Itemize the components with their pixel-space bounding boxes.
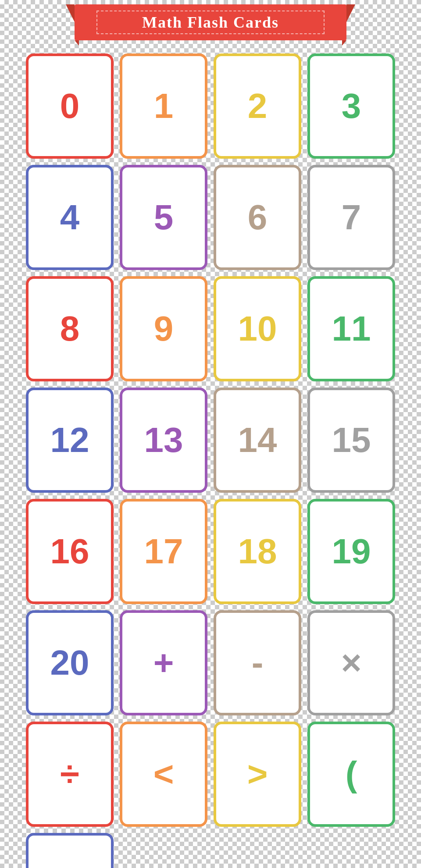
card-two[interactable]: 2 [214, 53, 301, 159]
card-nine[interactable]: 9 [120, 276, 207, 381]
card-symbol-seven: 7 [342, 200, 361, 235]
card-less-than[interactable]: < [120, 722, 207, 827]
card-symbol-three: 3 [342, 89, 361, 124]
card-symbol-thirteen: 13 [144, 423, 183, 458]
card-symbol-divide: ÷ [60, 757, 79, 792]
card-symbol-eleven: 11 [332, 311, 371, 346]
card-symbol-open-paren: ( [346, 757, 357, 792]
card-symbol-less-than: < [153, 757, 174, 792]
card-three[interactable]: 3 [307, 53, 395, 159]
card-plus[interactable]: + [120, 610, 207, 715]
card-sixteen[interactable]: 16 [26, 499, 114, 604]
card-five[interactable]: 5 [120, 165, 207, 270]
card-symbol-twenty: 20 [50, 645, 89, 680]
card-symbol-minus: - [252, 645, 264, 680]
card-symbol-sixteen: 16 [50, 534, 89, 569]
card-divide[interactable]: ÷ [26, 722, 114, 827]
card-symbol-one: 1 [154, 89, 174, 124]
card-ten[interactable]: 10 [214, 276, 301, 381]
card-symbol-nineteen: 19 [332, 534, 371, 569]
card-symbol-six: 6 [248, 200, 268, 235]
card-symbol-plus: + [153, 645, 174, 680]
card-thirteen[interactable]: 13 [120, 388, 207, 493]
card-twelve[interactable]: 12 [26, 388, 114, 493]
card-symbol-multiply: × [341, 645, 362, 680]
card-close-paren[interactable]: ) [26, 833, 114, 868]
card-eight[interactable]: 8 [26, 276, 114, 381]
card-symbol-fourteen: 14 [238, 423, 277, 458]
card-seven[interactable]: 7 [307, 165, 395, 270]
card-symbol-greater-than: > [247, 757, 268, 792]
cards-grid: 01234567891011121314151617181920+-×÷<>() [17, 49, 404, 868]
card-greater-than[interactable]: > [214, 722, 301, 827]
card-symbol-zero: 0 [60, 89, 80, 124]
card-one[interactable]: 1 [120, 53, 207, 159]
card-twenty[interactable]: 20 [26, 610, 114, 715]
card-multiply[interactable]: × [307, 610, 395, 715]
card-open-paren[interactable]: ( [307, 722, 395, 827]
card-eighteen[interactable]: 18 [214, 499, 301, 604]
card-symbol-eight: 8 [60, 311, 80, 346]
card-fourteen[interactable]: 14 [214, 388, 301, 493]
card-fifteen[interactable]: 15 [307, 388, 395, 493]
card-symbol-two: 2 [248, 89, 268, 124]
card-four[interactable]: 4 [26, 165, 114, 270]
card-eleven[interactable]: 11 [307, 276, 395, 381]
card-symbol-four: 4 [60, 200, 80, 235]
card-six[interactable]: 6 [214, 165, 301, 270]
card-nineteen[interactable]: 19 [307, 499, 395, 604]
page-banner: Math Flash Cards [75, 4, 346, 40]
card-symbol-nine: 9 [154, 311, 174, 346]
card-symbol-fifteen: 15 [332, 423, 371, 458]
card-symbol-eighteen: 18 [238, 534, 277, 569]
card-symbol-ten: 10 [238, 311, 277, 346]
card-symbol-seventeen: 17 [144, 534, 183, 569]
card-minus[interactable]: - [214, 610, 301, 715]
card-seventeen[interactable]: 17 [120, 499, 207, 604]
card-zero[interactable]: 0 [26, 53, 114, 159]
card-symbol-five: 5 [154, 200, 174, 235]
page-title: Math Flash Cards [96, 11, 325, 34]
card-symbol-twelve: 12 [50, 423, 89, 458]
